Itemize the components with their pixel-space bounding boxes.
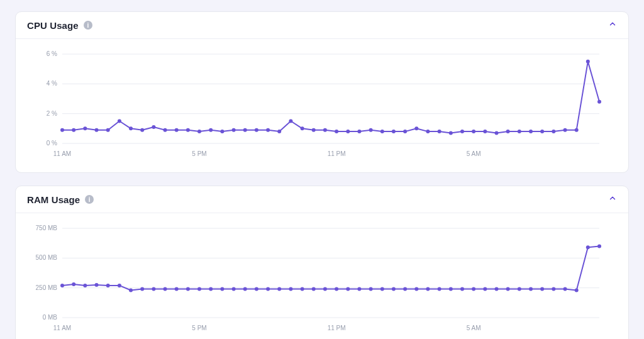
svg-point-96: [335, 287, 338, 291]
svg-point-15: [95, 128, 99, 132]
svg-point-82: [175, 287, 179, 291]
svg-point-76: [106, 284, 110, 287]
svg-point-23: [186, 128, 190, 132]
svg-point-22: [175, 128, 179, 132]
svg-point-106: [449, 287, 453, 291]
svg-point-104: [426, 287, 430, 291]
svg-point-92: [289, 287, 292, 291]
svg-point-91: [277, 287, 281, 291]
svg-point-75: [95, 283, 99, 287]
svg-point-48: [472, 130, 475, 133]
svg-text:2 %: 2 %: [47, 110, 57, 117]
svg-point-43: [414, 126, 418, 130]
svg-point-87: [232, 287, 236, 291]
ram-card-title: RAM Usage: [27, 194, 80, 205]
svg-point-51: [506, 130, 510, 133]
svg-text:0 %: 0 %: [47, 140, 57, 147]
svg-point-77: [118, 284, 121, 287]
svg-point-115: [552, 287, 555, 291]
svg-point-34: [312, 128, 316, 132]
svg-point-27: [232, 128, 236, 132]
svg-point-31: [277, 130, 281, 133]
svg-point-94: [312, 287, 316, 291]
svg-point-112: [518, 287, 521, 291]
svg-point-99: [369, 287, 373, 291]
svg-text:4 %: 4 %: [47, 80, 57, 87]
svg-point-100: [380, 287, 384, 291]
svg-point-30: [266, 128, 270, 132]
info-icon[interactable]: i: [85, 195, 94, 204]
ram-usage-card: RAM Usage i 0 MB250 MB500 MB750 MB11 AM5…: [15, 186, 629, 339]
svg-point-24: [197, 130, 201, 133]
svg-point-28: [243, 128, 247, 132]
svg-point-72: [60, 284, 64, 287]
svg-point-39: [369, 128, 373, 132]
svg-point-38: [357, 130, 361, 133]
svg-text:5 PM: 5 PM: [192, 325, 206, 331]
svg-point-118: [586, 245, 590, 249]
svg-point-88: [243, 287, 247, 291]
svg-point-111: [506, 287, 510, 291]
svg-point-12: [60, 128, 64, 132]
cpu-card-header[interactable]: CPU Usage i: [16, 12, 628, 39]
svg-text:11 PM: 11 PM: [328, 150, 346, 157]
svg-point-86: [220, 287, 224, 291]
svg-point-74: [83, 284, 87, 287]
chevron-up-icon[interactable]: [608, 19, 617, 31]
svg-point-84: [197, 287, 201, 291]
svg-point-45: [438, 130, 441, 133]
svg-point-20: [152, 125, 155, 129]
svg-point-59: [597, 100, 601, 104]
svg-point-17: [118, 119, 121, 123]
svg-point-113: [529, 287, 533, 291]
svg-point-18: [129, 126, 133, 130]
svg-text:0 MB: 0 MB: [43, 314, 58, 321]
svg-point-14: [83, 126, 87, 130]
svg-point-90: [266, 287, 270, 291]
svg-point-97: [346, 287, 350, 291]
cpu-usage-card: CPU Usage i 0 %2 %4 %6 %11 AM5 PM11 PM5 …: [15, 11, 629, 173]
svg-point-110: [495, 287, 499, 291]
svg-point-105: [438, 287, 441, 291]
svg-point-98: [357, 287, 361, 291]
svg-point-119: [597, 244, 601, 248]
svg-point-42: [403, 130, 407, 133]
svg-text:11 AM: 11 AM: [53, 150, 71, 157]
svg-point-46: [449, 131, 453, 135]
svg-point-109: [483, 287, 487, 291]
svg-point-80: [152, 287, 155, 291]
cpu-chart-svg: 0 %2 %4 %6 %11 AM5 PM11 PM5 AM: [27, 48, 606, 161]
svg-point-73: [72, 282, 75, 286]
svg-point-55: [552, 130, 555, 133]
svg-point-16: [106, 128, 110, 132]
svg-point-108: [472, 287, 475, 291]
svg-text:11 AM: 11 AM: [53, 325, 71, 331]
svg-point-19: [140, 128, 144, 132]
svg-point-103: [414, 287, 418, 291]
chevron-up-icon[interactable]: [608, 194, 617, 205]
svg-point-50: [495, 131, 499, 135]
svg-point-58: [586, 60, 590, 64]
svg-point-41: [392, 130, 396, 133]
ram-card-header[interactable]: RAM Usage i: [16, 186, 628, 213]
svg-point-57: [575, 128, 579, 132]
svg-point-44: [426, 130, 430, 133]
svg-text:5 PM: 5 PM: [192, 150, 206, 157]
svg-point-107: [460, 287, 464, 291]
svg-point-33: [301, 126, 304, 130]
svg-point-114: [540, 287, 544, 291]
svg-point-21: [164, 128, 167, 132]
cpu-card-title: CPU Usage: [27, 20, 79, 31]
svg-point-56: [564, 128, 567, 132]
info-icon[interactable]: i: [84, 21, 92, 30]
svg-point-79: [140, 287, 144, 291]
svg-point-53: [529, 130, 533, 133]
svg-point-25: [209, 128, 213, 132]
svg-point-29: [255, 128, 258, 132]
svg-point-116: [564, 287, 567, 291]
svg-point-117: [575, 289, 579, 292]
svg-text:750 MB: 750 MB: [36, 225, 58, 231]
ram-chart: 0 MB250 MB500 MB750 MB11 AM5 PM11 PM5 AM: [16, 213, 628, 339]
svg-point-83: [186, 287, 190, 291]
svg-text:5 AM: 5 AM: [467, 325, 481, 331]
